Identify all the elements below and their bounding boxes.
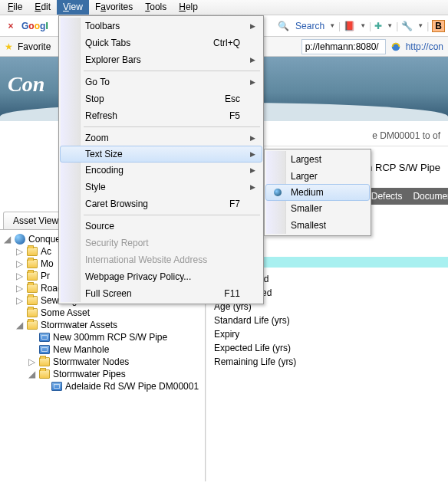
tree-item[interactable]: ▷Stormwater Nodes (3, 356, 203, 368)
chevron-right-icon: ▶ (250, 166, 255, 174)
favorites-label[interactable]: Favorite (18, 41, 51, 52)
asset-icon (51, 382, 62, 391)
chevron-right-icon: ▶ (250, 134, 255, 142)
menu-source[interactable]: Source (61, 218, 262, 235)
textsize-larger[interactable]: Larger (266, 168, 369, 185)
folder-icon (27, 259, 38, 268)
tree-item-pipes[interactable]: ◢Stormwater Pipes (3, 368, 203, 380)
textsize-largest[interactable]: Largest (266, 151, 369, 168)
tree-item-stormwater[interactable]: ◢Stormwater Assets (3, 319, 203, 331)
chevron-right-icon: ▶ (250, 56, 255, 64)
asset-icon (39, 333, 50, 342)
chevron-right-icon: ▶ (250, 150, 255, 158)
menu-quick-tabs[interactable]: Quick TabsCtrl+Q (61, 34, 262, 51)
star-icon[interactable]: ★ (5, 41, 13, 52)
folder-icon (27, 284, 38, 293)
menu-favorites[interactable]: Favorites (89, 0, 139, 15)
menu-separator (84, 126, 260, 127)
folder-icon (27, 320, 38, 330)
menubar: File Edit View Favorites Tools Help (0, 0, 448, 15)
tree-item[interactable]: Some Asset (3, 307, 203, 319)
menu-caret-browsing[interactable]: Caret BrowsingF7 (61, 195, 262, 212)
search-icon[interactable]: 🔍 (278, 21, 289, 31)
menu-privacy-policy[interactable]: Webpage Privacy Policy... (61, 268, 262, 285)
tab-defects[interactable]: Defects (371, 191, 403, 202)
tab-documents[interactable]: Documen (413, 191, 448, 202)
collapse-icon[interactable]: ◢ (3, 235, 12, 244)
google-logo: Googl (21, 21, 48, 31)
url-field-2[interactable]: http://con (406, 41, 443, 52)
textsize-smaller[interactable]: Smaller (266, 200, 369, 217)
field-label: Expected Life (yrs) (214, 341, 440, 355)
menu-file[interactable]: File (2, 0, 28, 15)
wrench-icon[interactable]: 🔧 (401, 21, 413, 31)
globe-icon (15, 234, 25, 245)
tree-item[interactable]: New Manhole (3, 343, 203, 356)
menu-full-screen[interactable]: Full ScreenF11 (61, 285, 262, 302)
folder-icon (39, 369, 50, 379)
plus-icon[interactable]: ✚ (374, 21, 382, 31)
folder-icon (27, 247, 38, 256)
chevron-down-icon[interactable]: ▼ (329, 22, 335, 29)
radio-selected-icon (274, 189, 282, 196)
field-label: Remaining Life (yrs) (214, 355, 440, 369)
menu-explorer-bars[interactable]: Explorer Bars▶ (61, 51, 262, 68)
menu-zoom[interactable]: Zoom▶ (61, 130, 262, 146)
asset-icon (39, 345, 50, 354)
folder-icon (27, 308, 38, 317)
expand-icon[interactable]: ▷ (28, 358, 36, 366)
chevron-right-icon: ▶ (250, 183, 255, 191)
folder-icon (27, 271, 38, 281)
tree-item-selected[interactable]: Adelaide Rd S/W Pipe DM00001 (3, 380, 203, 392)
menu-encoding[interactable]: Encoding▶ (61, 162, 262, 179)
folder-icon (39, 357, 50, 366)
expand-icon[interactable]: ▷ (15, 248, 24, 256)
menu-goto[interactable]: Go To▶ (61, 74, 262, 90)
menu-separator (84, 215, 260, 215)
menu-toolbars[interactable]: Toolbars▶ (61, 18, 262, 34)
collapse-icon[interactable]: ◢ (15, 321, 24, 330)
chevron-right-icon: ▶ (250, 78, 255, 86)
close-tab-button[interactable]: × (3, 18, 18, 34)
menu-view[interactable]: View (57, 0, 89, 15)
collapse-icon[interactable]: ◢ (28, 370, 36, 379)
tree-item[interactable]: New 300mm RCP S/W Pipe (3, 331, 203, 343)
menu-text-size[interactable]: Text Size▶ (60, 146, 262, 163)
menu-stop[interactable]: StopEsc (61, 90, 262, 107)
search-label[interactable]: Search (295, 21, 324, 31)
expand-icon[interactable]: ▷ (15, 297, 24, 305)
chevron-right-icon: ▶ (250, 22, 255, 30)
expand-icon[interactable]: ▷ (15, 272, 24, 281)
view-menu: Toolbars▶ Quick TabsCtrl+Q Explorer Bars… (58, 15, 264, 304)
folder-icon (27, 296, 38, 305)
menu-style[interactable]: Style▶ (61, 179, 262, 195)
expand-icon[interactable]: ▷ (15, 284, 24, 293)
url-field-1[interactable]: p://lehmann:8080/ (301, 39, 386, 54)
ie-icon (390, 41, 401, 52)
menu-intl-address: International Website Address (61, 251, 262, 268)
menu-edit[interactable]: Edit (28, 0, 57, 15)
textsize-smallest[interactable]: Smallest (266, 217, 369, 234)
field-label: Expiry (214, 327, 440, 341)
text-size-submenu: Largest Larger Medium Smaller Smallest (264, 149, 371, 236)
menu-separator (84, 71, 260, 71)
menu-security-report: Security Report (61, 235, 262, 251)
textsize-medium[interactable]: Medium (265, 184, 370, 201)
b-button[interactable]: B (432, 20, 445, 32)
menu-refresh[interactable]: RefreshF5 (61, 107, 262, 124)
menu-help[interactable]: Help (173, 0, 204, 15)
field-label: Standard Life (yrs) (214, 314, 440, 327)
expand-icon[interactable]: ▷ (15, 260, 24, 268)
menu-tools[interactable]: Tools (139, 0, 173, 15)
book-icon[interactable]: 📕 (344, 21, 355, 31)
